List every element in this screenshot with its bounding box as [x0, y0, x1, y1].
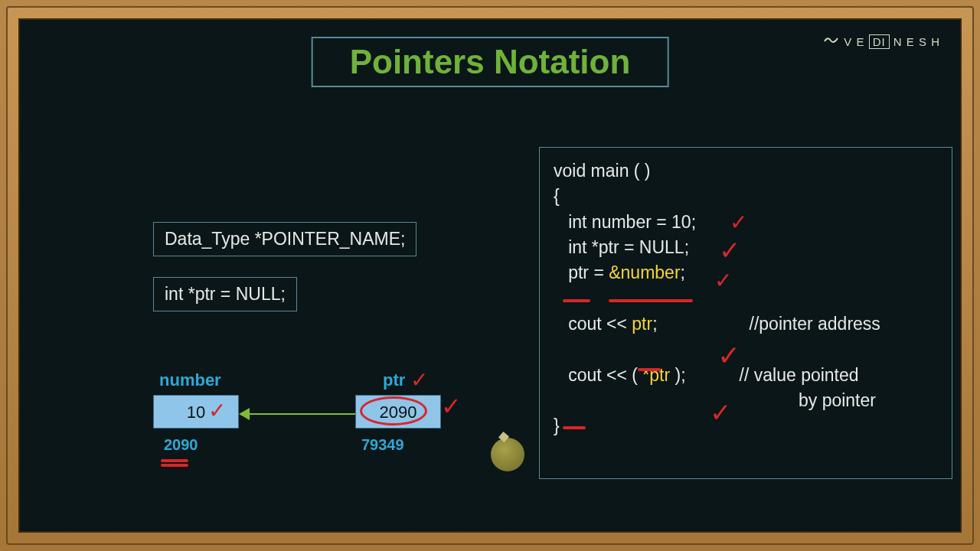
watermark-boxed: DI [869, 34, 890, 49]
chalkboard: Pointers Notation V E DI N E S H Data_Ty… [18, 18, 962, 533]
code-line [554, 337, 938, 362]
check-annotation-icon: ✓ [208, 398, 226, 423]
underline-annotation [563, 426, 586, 429]
code-line: int *ptr = NULL; [554, 235, 938, 260]
underline-annotation [563, 299, 590, 302]
check-annotation-icon: ✓ [410, 367, 428, 393]
highlighted-token: ptr [632, 314, 652, 334]
code-line: ptr = &number; [554, 260, 938, 285]
check-annotation-icon: ✓ [710, 394, 731, 432]
scribble-icon [824, 34, 841, 47]
number-address: 2090 [164, 436, 198, 454]
check-annotation-icon: ✓ [714, 266, 732, 297]
check-annotation-icon: ✓ [719, 232, 740, 269]
underline-annotation [609, 299, 693, 302]
watermark-post: N E S H [893, 35, 940, 48]
code-line: void main ( ) [554, 158, 938, 184]
code-line: by pointer [554, 388, 938, 413]
underline-annotation [161, 459, 188, 462]
circle-annotation [360, 396, 427, 425]
slide-title: Pointers Notation [312, 37, 669, 87]
code-line: cout << ptr;//pointer address [554, 311, 938, 337]
code-line: cout << ( *ptr );// value pointed [554, 363, 938, 388]
check-annotation-icon: ✓ [441, 392, 462, 421]
watermark-logo: V E DI N E S H [824, 35, 940, 48]
ptr-address: 79349 [361, 436, 404, 454]
ptr-label: ptr [383, 370, 405, 390]
watermark-pre: V E [844, 35, 864, 48]
number-cell: 10 [153, 395, 239, 429]
highlighted-token: &number [609, 262, 680, 282]
code-example-box: void main ( ) { int number = 10; int *pt… [539, 147, 952, 479]
code-line: { [554, 184, 938, 209]
check-annotation-icon: ✓ [717, 336, 740, 376]
presenter-cursor-icon [491, 438, 524, 471]
pointer-arrow [242, 411, 355, 417]
code-line: } [554, 413, 938, 439]
underline-annotation [638, 368, 661, 371]
syntax-example-box: int *ptr = NULL; [153, 277, 297, 311]
syntax-declaration-box: Data_Type *POINTER_NAME; [153, 222, 416, 256]
underline-annotation [161, 464, 188, 467]
number-value: 10 [187, 403, 205, 422]
wood-frame: Pointers Notation V E DI N E S H Data_Ty… [6, 6, 974, 545]
number-label: number [159, 370, 221, 390]
